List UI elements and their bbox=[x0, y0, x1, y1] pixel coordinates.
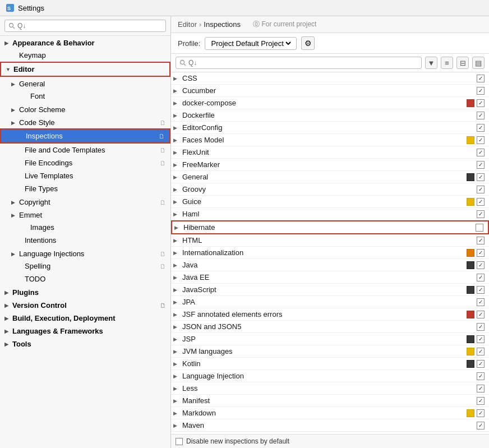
sidebar-item-inspections[interactable]: Inspections 🗋 bbox=[0, 128, 170, 144]
inspection-row[interactable]: ▶CSS bbox=[171, 72, 489, 85]
collapse-all-button[interactable]: ⊟ bbox=[456, 57, 469, 69]
profile-dropdown[interactable]: Project Default Project Default bbox=[209, 39, 293, 48]
inspection-row[interactable]: ▶JSF annotated elements errors bbox=[171, 308, 489, 321]
menu-button[interactable]: ▤ bbox=[472, 57, 485, 69]
inspection-row[interactable]: ▶Language Injection bbox=[171, 370, 489, 382]
inspection-name: Language Injection bbox=[182, 372, 464, 380]
inspection-checkbox[interactable] bbox=[477, 87, 485, 95]
inspection-checkbox[interactable] bbox=[476, 224, 483, 232]
sidebar-item-editor[interactable]: ▼ Editor bbox=[0, 62, 170, 77]
inspection-checkbox[interactable] bbox=[477, 286, 485, 294]
inspection-row[interactable]: ▶Haml bbox=[171, 208, 489, 220]
inspection-checkbox[interactable] bbox=[477, 136, 485, 144]
inspection-row[interactable]: ▶General bbox=[171, 171, 489, 183]
inspection-row[interactable]: ▶EditorConfig bbox=[171, 122, 489, 134]
inspection-checkbox[interactable] bbox=[477, 173, 485, 181]
inspection-row[interactable]: ▶JSP bbox=[171, 333, 489, 345]
inspection-checkbox[interactable] bbox=[477, 348, 485, 355]
disable-new-inspections-checkbox[interactable] bbox=[176, 438, 183, 445]
inspection-row[interactable]: ▶Manifest bbox=[171, 395, 489, 407]
chevron-right-icon: ▶ bbox=[173, 211, 180, 217]
inspection-checkbox[interactable] bbox=[477, 237, 485, 244]
inspection-checkbox[interactable] bbox=[477, 186, 485, 193]
inspection-checkbox[interactable] bbox=[477, 298, 485, 306]
inspection-checkbox[interactable] bbox=[477, 335, 485, 343]
severity-color-box bbox=[467, 261, 474, 269]
sidebar-item-images[interactable]: Images bbox=[0, 221, 170, 234]
inspection-row[interactable]: ▶Faces Model bbox=[171, 134, 489, 146]
inspection-checkbox[interactable] bbox=[477, 372, 485, 380]
inspection-row[interactable]: ▶Groovy bbox=[171, 183, 489, 196]
sidebar-item-copyright[interactable]: ▶ Copyright 🗋 bbox=[0, 195, 170, 208]
sidebar-item-live-templates[interactable]: Live Templates bbox=[0, 169, 170, 182]
inspection-row[interactable]: ▶JVM languages bbox=[171, 345, 489, 358]
sidebar-item-plugins[interactable]: ▶ Plugins bbox=[0, 285, 170, 298]
inspection-row[interactable]: ▶JavaScript bbox=[171, 284, 489, 296]
sidebar-item-build[interactable]: ▶ Build, Execution, Deployment bbox=[0, 311, 170, 324]
sidebar-item-version-control[interactable]: ▶ Version Control 🗋 bbox=[0, 298, 170, 311]
inspection-row[interactable]: ▶docker-compose bbox=[171, 97, 489, 109]
sidebar: ▶ Appearance & Behavior Keymap ▼ Editor … bbox=[0, 16, 171, 448]
sidebar-item-font[interactable]: Font bbox=[0, 90, 170, 103]
sidebar-item-color-scheme[interactable]: ▶ Color Scheme bbox=[0, 103, 170, 116]
inspection-checkbox[interactable] bbox=[477, 261, 485, 269]
sidebar-item-file-types[interactable]: File Types bbox=[0, 182, 170, 195]
sidebar-item-emmet[interactable]: ▶ Emmet bbox=[0, 208, 170, 221]
inspection-checkbox[interactable] bbox=[477, 409, 485, 417]
sidebar-item-languages[interactable]: ▶ Languages & Frameworks bbox=[0, 324, 170, 337]
sidebar-search-input[interactable] bbox=[4, 20, 166, 32]
sidebar-item-file-encodings[interactable]: File Encodings 🗋 bbox=[0, 156, 170, 169]
inspection-checkbox[interactable] bbox=[477, 385, 485, 392]
inspection-row[interactable]: ▶Cucumber bbox=[171, 85, 489, 97]
sidebar-item-tools[interactable]: ▶ Tools bbox=[0, 337, 170, 350]
inspection-row[interactable]: ▶Kotlin bbox=[171, 358, 489, 370]
sidebar-item-appearance[interactable]: ▶ Appearance & Behavior bbox=[0, 36, 170, 49]
inspection-checkbox[interactable] bbox=[477, 249, 485, 257]
inspection-checkbox[interactable] bbox=[477, 210, 485, 218]
inspection-row[interactable]: ▶FreeMarker bbox=[171, 159, 489, 171]
for-current-project[interactable]: ⓪ For current project bbox=[253, 20, 316, 29]
sidebar-item-todo[interactable]: TODO bbox=[0, 273, 170, 285]
inspection-row[interactable]: ▶Less bbox=[171, 382, 489, 395]
inspection-row[interactable]: ▶Internationalization bbox=[171, 247, 489, 259]
inspection-checkbox[interactable] bbox=[477, 75, 485, 82]
inspection-row[interactable]: ▶HTML bbox=[171, 234, 489, 247]
inspection-row[interactable]: ▶Java EE bbox=[171, 271, 489, 284]
inspection-row[interactable]: ▶JSON and JSON5 bbox=[171, 321, 489, 333]
inspection-checkbox[interactable] bbox=[477, 198, 485, 206]
inspection-checkbox[interactable] bbox=[477, 274, 485, 281]
sidebar-item-spelling[interactable]: Spelling 🗋 bbox=[0, 260, 170, 273]
inspection-row[interactable]: ▶Hibernate bbox=[171, 220, 489, 234]
sidebar-item-intentions[interactable]: Intentions bbox=[0, 234, 170, 247]
inspection-row[interactable]: ▶JPA bbox=[171, 296, 489, 308]
inspection-row[interactable]: ▶Maven bbox=[171, 419, 489, 432]
inspection-name: HTML bbox=[182, 236, 464, 244]
inspection-row[interactable]: ▶Markdown bbox=[171, 407, 489, 419]
sidebar-item-general[interactable]: ▶ General bbox=[0, 77, 170, 90]
inspection-checkbox[interactable] bbox=[477, 161, 485, 169]
inspection-checkbox[interactable] bbox=[477, 112, 485, 119]
filter-button[interactable]: ▼ bbox=[425, 57, 437, 69]
inspection-checkbox[interactable] bbox=[477, 397, 485, 405]
inspection-checkbox[interactable] bbox=[477, 311, 485, 318]
sidebar-item-code-style[interactable]: ▶ Code Style 🗋 bbox=[0, 116, 170, 128]
sidebar-item-keymap[interactable]: Keymap bbox=[0, 49, 170, 62]
inspection-checkbox[interactable] bbox=[477, 323, 485, 331]
sidebar-item-language-injections[interactable]: ▶ Language Injections 🗋 bbox=[0, 247, 170, 260]
inspections-search-input[interactable] bbox=[176, 57, 422, 69]
inspection-checkbox[interactable] bbox=[477, 99, 485, 107]
expand-all-button[interactable]: ≡ bbox=[441, 57, 453, 69]
sidebar-item-file-code-templates[interactable]: File and Code Templates 🗋 bbox=[0, 144, 170, 156]
inspection-row[interactable]: ▶Java bbox=[171, 259, 489, 271]
inspection-checkbox[interactable] bbox=[477, 149, 485, 156]
inspection-checkbox[interactable] bbox=[477, 124, 485, 132]
inspection-row[interactable]: ▶FlexUnit bbox=[171, 146, 489, 159]
gear-button[interactable]: ⚙ bbox=[301, 36, 315, 50]
inspection-checkbox[interactable] bbox=[477, 422, 485, 429]
chevron-right-icon: ▶ bbox=[4, 329, 10, 334]
profile-select[interactable]: Project Default Project Default bbox=[205, 37, 297, 50]
inspection-name: Kotlin bbox=[182, 359, 464, 368]
inspection-checkbox[interactable] bbox=[477, 360, 485, 368]
inspection-row[interactable]: ▶Dockerfile bbox=[171, 109, 489, 122]
inspection-row[interactable]: ▶Guice bbox=[171, 196, 489, 208]
